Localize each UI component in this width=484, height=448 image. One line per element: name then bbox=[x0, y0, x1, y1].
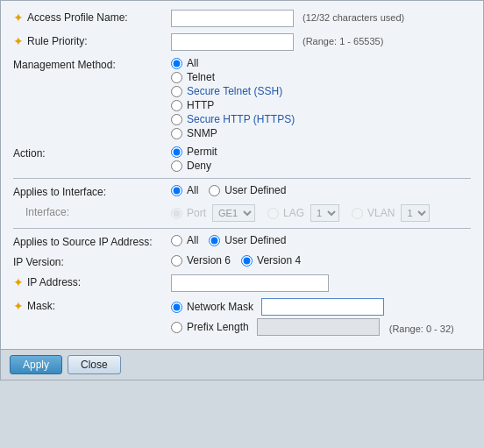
access-profile-name-input[interactable]: RestrictByIp bbox=[171, 10, 294, 27]
management-method-label-col: Management Method: bbox=[13, 57, 171, 71]
source-ip-row: Applies to Source IP Address: All User D… bbox=[13, 234, 471, 248]
mgmt-all-row: All bbox=[171, 57, 295, 69]
required-star-4: ✦ bbox=[13, 300, 24, 312]
mgmt-telnet-radio[interactable] bbox=[171, 72, 182, 83]
mask-options: Network Mask 255.255.255.255 Prefix Leng… bbox=[171, 298, 454, 336]
interface-vlan-label: VLAN bbox=[367, 207, 395, 219]
network-mask-input[interactable]: 255.255.255.255 bbox=[261, 298, 384, 316]
divider-1 bbox=[13, 178, 471, 179]
ipv6-radio[interactable] bbox=[171, 255, 182, 267]
ip-address-input[interactable]: 192.168.1.233 bbox=[171, 274, 329, 292]
rule-priority-input[interactable]: 1 bbox=[171, 33, 294, 51]
mask-label-col: ✦ Mask: bbox=[13, 298, 171, 312]
action-deny-radio[interactable] bbox=[171, 160, 182, 172]
mgmt-snmp-row: SNMP bbox=[171, 127, 295, 139]
ipv4-radio[interactable] bbox=[241, 255, 253, 267]
mgmt-all-radio[interactable] bbox=[171, 58, 182, 69]
action-label-col: Action: bbox=[13, 146, 171, 160]
mgmt-https-radio[interactable] bbox=[171, 114, 182, 125]
mgmt-https-row: Secure HTTP (HTTPS) bbox=[171, 113, 295, 125]
ip-version-row: IP Version: Version 6 Version 4 bbox=[13, 254, 471, 268]
action-row: Action: Permit Deny bbox=[13, 146, 471, 172]
action-permit-radio[interactable] bbox=[171, 146, 182, 158]
interface-user-defined-radio-row: User Defined bbox=[209, 184, 286, 196]
ipv4-row: Version 4 bbox=[241, 254, 301, 267]
source-ip-label: Applies to Source IP Address: bbox=[13, 236, 153, 248]
ipv6-row: Version 6 bbox=[171, 254, 231, 267]
ip-address-label: IP Address: bbox=[27, 276, 81, 288]
source-ip-user-defined-row: User Defined bbox=[209, 234, 286, 246]
mgmt-ssh-row: Secure Telnet (SSH) bbox=[171, 85, 295, 97]
source-ip-user-defined-radio[interactable] bbox=[209, 235, 220, 246]
prefix-length-input[interactable] bbox=[257, 318, 380, 336]
interface-type-inline: Port GE1 LAG 1 VLAN bbox=[171, 204, 430, 222]
mgmt-snmp-radio[interactable] bbox=[171, 128, 182, 139]
rule-priority-label: Rule Priority: bbox=[27, 35, 88, 47]
ip-version-label: IP Version: bbox=[13, 256, 64, 268]
interface-lag-select[interactable]: 1 bbox=[310, 204, 339, 222]
network-mask-label: Network Mask bbox=[187, 301, 253, 313]
mgmt-ssh-radio[interactable] bbox=[171, 86, 182, 97]
access-profile-name-input-col: RestrictByIp (12/32 characters used) bbox=[171, 10, 471, 27]
required-star-2: ✦ bbox=[13, 35, 24, 47]
interface-all-radio[interactable] bbox=[171, 185, 182, 196]
management-method-row: Management Method: All Telnet Secure Tel… bbox=[13, 57, 471, 139]
interface-port-radio[interactable] bbox=[171, 208, 182, 219]
mask-input-col: Network Mask 255.255.255.255 Prefix Leng… bbox=[171, 298, 471, 336]
interface-lag-row: LAG 1 bbox=[267, 204, 339, 222]
source-ip-input-col: All User Defined bbox=[171, 234, 471, 246]
ip-version-radio-inline: Version 6 Version 4 bbox=[171, 254, 301, 267]
mgmt-telnet-label: Telnet bbox=[187, 71, 215, 83]
divider-2 bbox=[13, 228, 471, 229]
footer-bar: Apply Close bbox=[1, 349, 483, 380]
action-permit-label: Permit bbox=[187, 146, 217, 158]
management-method-radio-group: All Telnet Secure Telnet (SSH) HTTP bbox=[171, 57, 295, 139]
network-mask-radio[interactable] bbox=[171, 302, 182, 313]
ip-version-input-col: Version 6 Version 4 bbox=[171, 254, 471, 267]
action-label: Action: bbox=[13, 147, 46, 160]
source-ip-all-radio[interactable] bbox=[171, 235, 182, 246]
mgmt-http-radio[interactable] bbox=[171, 100, 182, 111]
mask-label: Mask: bbox=[27, 300, 55, 312]
prefix-length-radio[interactable] bbox=[171, 322, 182, 333]
interface-port-select[interactable]: GE1 bbox=[212, 204, 255, 222]
mgmt-all-label: All bbox=[187, 57, 198, 69]
prefix-length-hint: (Range: 0 - 32) bbox=[389, 321, 454, 334]
network-mask-row: Network Mask 255.255.255.255 bbox=[171, 298, 454, 316]
mgmt-http-label: HTTP bbox=[187, 99, 214, 111]
ip-version-label-col: IP Version: bbox=[13, 254, 171, 268]
rule-priority-row: ✦ Rule Priority: 1 (Range: 1 - 65535) bbox=[13, 33, 471, 51]
source-ip-all-row: All bbox=[171, 234, 198, 246]
rule-priority-label-col: ✦ Rule Priority: bbox=[13, 33, 171, 47]
interface-user-defined-radio[interactable] bbox=[209, 185, 220, 196]
mgmt-http-row: HTTP bbox=[171, 99, 295, 111]
prefix-length-row: Prefix Length (Range: 0 - 32) bbox=[171, 318, 454, 336]
interface-input-col: Port GE1 LAG 1 VLAN bbox=[171, 204, 471, 222]
action-deny-row: Deny bbox=[171, 160, 217, 172]
source-ip-user-defined-label: User Defined bbox=[224, 234, 286, 246]
interface-lag-radio[interactable] bbox=[267, 208, 279, 219]
ip-address-label-col: ✦ IP Address: bbox=[13, 274, 171, 288]
prefix-length-label: Prefix Length bbox=[187, 321, 249, 333]
mgmt-telnet-row: Telnet bbox=[171, 71, 295, 83]
interface-port-label: Port bbox=[187, 207, 206, 219]
interface-all-radio-row: All bbox=[171, 184, 198, 196]
source-ip-all-label: All bbox=[187, 234, 198, 246]
interface-radio-inline: All User Defined bbox=[171, 184, 286, 196]
interface-vlan-select[interactable]: 1 bbox=[401, 204, 430, 222]
interface-vlan-radio[interactable] bbox=[352, 208, 363, 219]
mask-row: ✦ Mask: Network Mask 255.255.255.255 Pre… bbox=[13, 298, 471, 336]
ipv6-label: Version 6 bbox=[187, 254, 231, 267]
access-profile-name-label-col: ✦ Access Profile Name: bbox=[13, 10, 171, 24]
access-profile-name-hint: (12/32 characters used) bbox=[302, 10, 404, 23]
source-ip-label-col: Applies to Source IP Address: bbox=[13, 234, 171, 248]
ipv4-label: Version 4 bbox=[257, 254, 301, 267]
required-star-3: ✦ bbox=[13, 276, 24, 288]
interface-lag-label: LAG bbox=[283, 207, 304, 219]
interface-all-label: All bbox=[187, 184, 198, 196]
access-profile-name-label: Access Profile Name: bbox=[27, 11, 128, 24]
apply-button[interactable]: Apply bbox=[10, 355, 62, 374]
interface-user-defined-label: User Defined bbox=[224, 184, 286, 196]
action-permit-row: Permit bbox=[171, 146, 217, 158]
close-button[interactable]: Close bbox=[68, 355, 121, 374]
